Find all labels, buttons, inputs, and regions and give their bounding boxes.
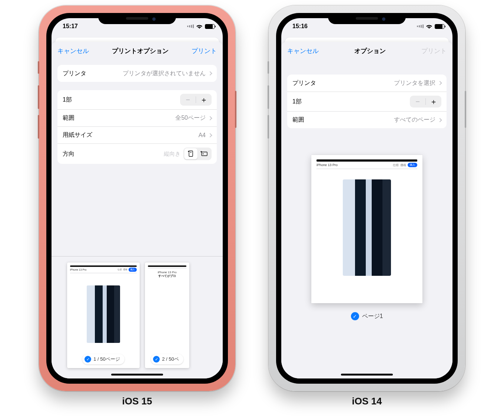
sheet-title: プリントオプション — [89, 47, 192, 55]
notch — [98, 13, 176, 24]
home-indicator[interactable] — [341, 374, 393, 376]
orientation-label: 方向 — [63, 150, 74, 158]
preview-thumbnail — [87, 285, 120, 343]
page-preview-1[interactable]: iPhone 13 Pro仕様価格購入 ✓1 / 50ページ — [67, 262, 140, 368]
cellular-icon — [417, 24, 424, 28]
page-indicator-label: ページ1 — [362, 312, 383, 320]
printer-value: プリンタを選択 — [394, 79, 435, 87]
range-row[interactable]: 範囲 すべてのページ — [287, 111, 447, 128]
cancel-button[interactable]: キャンセル — [287, 47, 319, 55]
range-row[interactable]: 範囲 全50ページ — [57, 109, 217, 126]
stepper-minus-button[interactable]: − — [180, 94, 196, 106]
orientation-row: 方向 縦向き — [57, 143, 217, 164]
stepper-plus-button[interactable]: ＋ — [196, 94, 212, 106]
svg-rect-2 — [202, 152, 207, 156]
printer-row[interactable]: プリンタ プリンタが選択されていません — [57, 65, 217, 82]
battery-icon — [205, 24, 215, 29]
page-preview-2[interactable]: iPhone 13 Proすべてがプロ ✓2 / 50ペ — [145, 262, 189, 368]
range-label: 範囲 — [292, 116, 304, 124]
notch — [328, 13, 406, 24]
copies-row: 1部 − ＋ — [57, 90, 217, 109]
settings-group: プリンタ プリンタを選択 1部 − ＋ — [287, 75, 447, 128]
orientation-hint: 縦向き — [164, 151, 180, 158]
chevron-right-icon — [208, 116, 212, 120]
page-badge-label: 1 / 50ページ — [93, 356, 120, 363]
paper-size-value: A4 — [198, 132, 206, 139]
chevron-right-icon — [438, 118, 442, 122]
home-indicator[interactable] — [111, 374, 163, 376]
svg-point-3 — [203, 153, 204, 155]
stepper-minus-button[interactable]: − — [410, 96, 425, 108]
paper-size-label: 用紙サイズ — [63, 131, 92, 139]
copies-stepper: − ＋ — [180, 94, 212, 106]
svg-rect-0 — [189, 151, 193, 156]
check-icon: ✓ — [153, 356, 160, 363]
page-preview[interactable]: iPhone 13 Pro仕様価格購入 — [311, 155, 422, 303]
cellular-icon — [187, 24, 194, 28]
printer-group: プリンタ プリンタが選択されていません — [57, 65, 217, 82]
caption-ios15: iOS 15 — [122, 396, 152, 407]
orientation-segmented — [183, 148, 212, 160]
preview-pill: 購入 — [129, 268, 137, 272]
copies-row: 1部 − ＋ — [287, 92, 447, 111]
print-sheet: キャンセル オプション プリント プリンタ プリンタを選択 1部 — [281, 42, 452, 378]
page-badge[interactable]: ✓1 / 50ページ — [82, 354, 125, 364]
orientation-landscape-button[interactable] — [198, 148, 211, 159]
page-badge[interactable]: ✓2 / 50ペ — [151, 354, 183, 364]
page-indicator[interactable]: ✓ ページ1 — [281, 312, 452, 320]
printer-row[interactable]: プリンタ プリンタを選択 — [287, 75, 447, 92]
print-button[interactable]: プリント — [421, 47, 447, 55]
check-icon: ✓ — [351, 312, 359, 320]
copies-stepper: − ＋ — [410, 96, 441, 108]
chevron-right-icon — [438, 81, 442, 85]
sheet-nav: キャンセル プリントオプション プリント — [52, 42, 223, 60]
paper-size-row[interactable]: 用紙サイズ A4 — [57, 126, 217, 143]
check-icon: ✓ — [84, 356, 91, 363]
copies-label: 1部 — [63, 96, 72, 104]
wifi-icon — [426, 24, 432, 29]
range-label: 範囲 — [63, 114, 74, 122]
svg-point-1 — [190, 152, 192, 153]
printer-value: プリンタが選択されていません — [123, 70, 206, 77]
preview-pill: 購入 — [408, 163, 417, 167]
preview-page-title: iPhone 13 Pro — [70, 268, 86, 271]
preview-page-subtitle: すべてがプロ — [148, 274, 186, 278]
preview-page-title: iPhone 13 Pro — [316, 163, 338, 167]
copies-label: 1部 — [292, 98, 302, 106]
caption-ios14: iOS 14 — [352, 396, 382, 407]
orientation-portrait-button[interactable] — [184, 148, 198, 159]
status-time: 15:17 — [63, 23, 78, 30]
status-time: 15:16 — [292, 23, 308, 30]
cancel-button[interactable]: キャンセル — [57, 47, 89, 55]
chevron-right-icon — [208, 133, 212, 137]
print-sheet: キャンセル プリントオプション プリント プリンタ プリンタが選択されていません — [52, 42, 223, 378]
sheet-nav: キャンセル オプション プリント — [281, 42, 452, 60]
printer-label: プリンタ — [292, 79, 316, 87]
phone-frame-ios14: 15:16 キャンセル オプション プリント — [269, 6, 465, 391]
chevron-right-icon — [208, 71, 212, 75]
settings-group: 1部 − ＋ 範囲 全50ページ — [57, 90, 217, 164]
page-preview-strip[interactable]: iPhone 13 Pro仕様価格購入 ✓1 / 50ページ — [52, 256, 223, 378]
stepper-plus-button[interactable]: ＋ — [426, 96, 441, 108]
printer-label: プリンタ — [63, 70, 86, 77]
print-button[interactable]: プリント — [192, 47, 217, 55]
range-value: 全50ページ — [175, 114, 206, 122]
phone-frame-ios15: 15:17 キャンセル プリントオプション プリント — [39, 6, 235, 391]
range-value: すべてのページ — [394, 116, 435, 124]
preview-thumbnail — [343, 179, 391, 276]
wifi-icon — [196, 24, 203, 29]
battery-icon — [435, 24, 444, 29]
preview-page-title: iPhone 13 Pro — [158, 271, 177, 274]
page-badge-label: 2 / 50ペ — [162, 356, 179, 363]
sheet-title: オプション — [319, 47, 421, 55]
